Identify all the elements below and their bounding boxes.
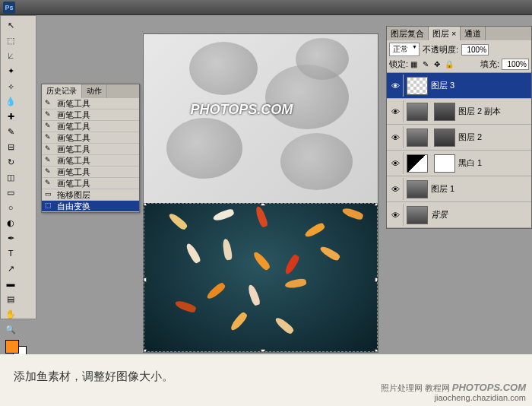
fill-input[interactable]: 100% <box>502 59 529 70</box>
history-list: ✎画笔工具✎画笔工具✎画笔工具✎画笔工具✎画笔工具✎画笔工具✎画笔工具✎画笔工具… <box>42 98 139 212</box>
transform-handle[interactable] <box>375 349 378 352</box>
history-item[interactable]: ✎画笔工具 <box>42 121 139 132</box>
canvas-lily-layer: PHOTOPS.COM <box>144 34 378 203</box>
layers-panel: 图层复合 图层 × 通道 正常 不透明度: 100% 锁定: ▦ ✎ ✥ 🔒 填… <box>386 26 532 229</box>
caption-area: 添加鱼素材，调整好图像大小。 照片处理网 教程网 PHOTOPS.COM jia… <box>0 354 532 406</box>
app-logo: Ps <box>3 2 15 14</box>
history-item[interactable]: ✎画笔工具 <box>42 98 139 109</box>
shape-tool[interactable]: ▬ <box>3 277 18 290</box>
history-item[interactable]: ✎画笔工具 <box>42 178 139 189</box>
workspace: ↖ ⬚ ⟀ ✦ ⟡ 💧 ✚ ✎ ⊟ ↻ ◫ ▭ ○ ◐ ✒ T ↗ ▬ ▤ ✋ … <box>0 15 532 354</box>
layer-item[interactable]: 👁黑白 1 <box>387 151 531 176</box>
stamp-tool[interactable]: ⊟ <box>3 140 18 154</box>
blend-mode-dropdown[interactable]: 正常 <box>389 43 420 56</box>
transform-handle[interactable] <box>375 278 378 282</box>
watermark-text: PHOTOPS.COM <box>191 102 293 118</box>
eyedropper-tool[interactable]: 💧 <box>3 94 18 108</box>
history-item[interactable]: ✎画笔工具 <box>42 167 139 178</box>
pen-tool[interactable]: ✒ <box>3 231 18 245</box>
opacity-input[interactable]: 100% <box>461 44 489 56</box>
history-panel: 历史记录 动作 ✎画笔工具✎画笔工具✎画笔工具✎画笔工具✎画笔工具✎画笔工具✎画… <box>41 84 140 213</box>
heal-tool[interactable]: ✚ <box>3 109 18 123</box>
history-tabs: 历史记录 动作 <box>42 84 139 98</box>
eraser-tool[interactable]: ◫ <box>3 170 18 184</box>
wand-tool[interactable]: ✦ <box>3 64 18 78</box>
menubar: Ps <box>0 0 532 15</box>
visibility-icon[interactable]: 👁 <box>388 75 404 97</box>
zoom-tool[interactable]: 🔍 <box>3 322 18 336</box>
lock-label: 锁定: <box>389 59 408 70</box>
canvas-fish-layer <box>144 203 378 352</box>
footer-watermark: 照片处理网 教程网 PHOTOPS.COM jiaocheng.chazidia… <box>381 382 526 403</box>
history-item[interactable]: ✎画笔工具 <box>42 144 139 155</box>
path-tool[interactable]: ↗ <box>3 262 18 275</box>
layer-item[interactable]: 👁图层 1 <box>387 176 531 202</box>
hand-tool[interactable]: ✋ <box>3 307 18 321</box>
marquee-tool[interactable]: ⬚ <box>3 33 18 47</box>
transform-handle[interactable] <box>261 203 265 206</box>
transform-handle[interactable] <box>144 203 147 206</box>
tab-actions[interactable]: 动作 <box>82 84 107 98</box>
history-item[interactable]: ▭拖移图层 <box>42 189 139 201</box>
tab-channels[interactable]: 通道 <box>461 27 486 40</box>
history-item[interactable]: ⬚自由变换 <box>42 201 139 212</box>
type-tool[interactable]: T <box>3 246 18 260</box>
crop-tool[interactable]: ⟡ <box>3 79 18 93</box>
layer-controls: 正常 不透明度: 100% 锁定: ▦ ✎ ✥ 🔒 填充: 100% <box>387 40 531 73</box>
transform-handle[interactable] <box>144 278 147 282</box>
lock-icons[interactable]: ▦ ✎ ✥ 🔒 <box>410 60 455 68</box>
gradient-tool[interactable]: ▭ <box>3 186 18 199</box>
layer-item[interactable]: 👁图层 3 <box>387 73 531 99</box>
visibility-icon[interactable]: 👁 <box>388 126 404 148</box>
visibility-icon[interactable]: 👁 <box>388 152 404 174</box>
dodge-tool[interactable]: ◐ <box>3 216 18 230</box>
tab-history[interactable]: 历史记录 <box>42 84 82 98</box>
history-item[interactable]: ✎画笔工具 <box>42 132 139 144</box>
history-item[interactable]: ✎画笔工具 <box>42 155 139 167</box>
notes-tool[interactable]: ▤ <box>3 292 18 306</box>
layer-item[interactable]: 👁图层 2 副本 <box>387 99 531 125</box>
tab-layers[interactable]: 图层 × <box>429 27 461 40</box>
fill-label: 填充: <box>480 59 499 70</box>
visibility-icon[interactable]: 👁 <box>388 100 404 122</box>
foreground-color[interactable] <box>5 340 19 354</box>
transform-handle[interactable] <box>144 349 147 352</box>
brush-tool[interactable]: ✎ <box>3 125 18 138</box>
layer-item[interactable]: 👁图层 2 <box>387 125 531 151</box>
transform-handle[interactable] <box>261 349 265 352</box>
move-tool[interactable]: ↖ <box>3 18 18 32</box>
history-brush-tool[interactable]: ↻ <box>3 155 18 169</box>
visibility-icon[interactable]: 👁 <box>388 204 404 226</box>
opacity-label: 不透明度: <box>423 44 458 56</box>
layers-tabs: 图层复合 图层 × 通道 <box>387 27 531 40</box>
lasso-tool[interactable]: ⟀ <box>3 49 18 62</box>
canvas[interactable]: PHOTOPS.COM <box>143 33 378 353</box>
transform-handle[interactable] <box>375 203 378 206</box>
tab-layer-comps[interactable]: 图层复合 <box>387 27 429 40</box>
blur-tool[interactable]: ○ <box>3 201 18 214</box>
layers-list: 👁图层 3👁图层 2 副本👁图层 2👁黑白 1👁图层 1👁背景 <box>387 73 531 228</box>
history-item[interactable]: ✎画笔工具 <box>42 109 139 121</box>
visibility-icon[interactable]: 👁 <box>388 178 404 200</box>
toolbox: ↖ ⬚ ⟀ ✦ ⟡ 💧 ✚ ✎ ⊟ ↻ ◫ ▭ ○ ◐ ✒ T ↗ ▬ ▤ ✋ … <box>0 15 36 319</box>
layer-item[interactable]: 👁背景 <box>387 202 531 228</box>
